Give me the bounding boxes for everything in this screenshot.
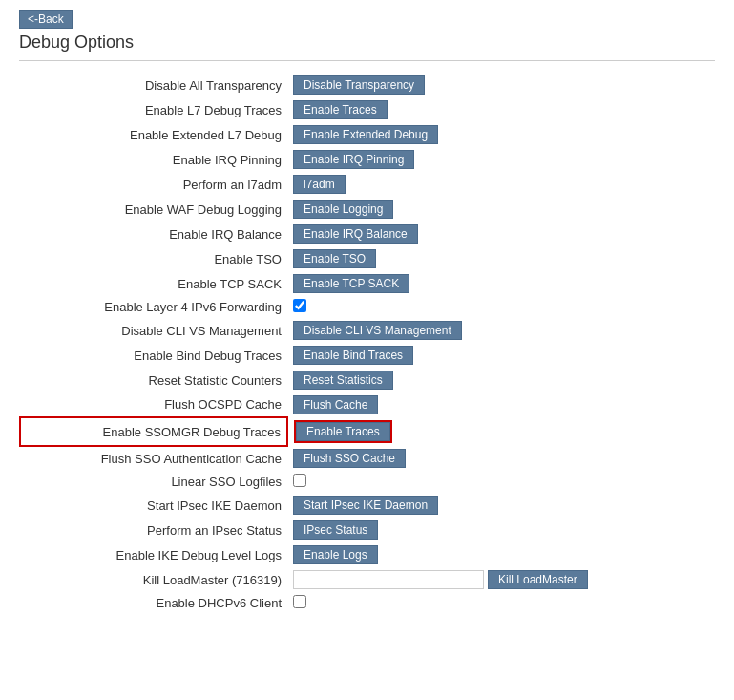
row-label: Flush OCSPD Cache xyxy=(20,392,287,417)
checkbox-input[interactable] xyxy=(293,474,306,487)
row-control[interactable]: Disable CLI VS Management xyxy=(287,318,714,343)
action-button[interactable]: Enable TSO xyxy=(293,249,376,268)
table-row: Perform an l7adml7adm xyxy=(20,172,714,197)
action-button[interactable]: Enable IRQ Pinning xyxy=(293,150,414,169)
row-label: Enable DHCPv6 Client xyxy=(20,592,287,614)
row-label: Enable WAF Debug Logging xyxy=(20,197,287,222)
table-row: Start IPsec IKE DaemonStart IPsec IKE Da… xyxy=(20,493,714,518)
row-control[interactable]: Enable IRQ Pinning xyxy=(287,147,714,172)
row-label: Enable TCP SACK xyxy=(20,271,287,296)
page-title: Debug Options xyxy=(19,32,715,53)
action-button[interactable]: Enable Extended Debug xyxy=(293,125,438,144)
row-control[interactable]: Enable Extended Debug xyxy=(287,122,714,147)
row-control[interactable]: Enable Logs xyxy=(287,542,714,567)
table-row: Enable Layer 4 IPv6 Forwarding xyxy=(20,296,714,318)
table-row: Flush OCSPD CacheFlush Cache xyxy=(20,392,714,417)
table-row: Enable Bind Debug TracesEnable Bind Trac… xyxy=(20,343,714,368)
text-input[interactable] xyxy=(293,570,484,589)
table-row: Enable L7 Debug TracesEnable Traces xyxy=(20,97,714,122)
row-control[interactable]: Enable Traces xyxy=(287,417,714,446)
action-button[interactable]: Enable TCP SACK xyxy=(293,274,409,293)
row-control[interactable]: Disable Transparency xyxy=(287,73,714,97)
table-row: Flush SSO Authentication CacheFlush SSO … xyxy=(20,446,714,471)
row-control[interactable]: l7adm xyxy=(287,172,714,197)
action-button[interactable]: Disable CLI VS Management xyxy=(293,321,462,340)
row-control[interactable]: Start IPsec IKE Daemon xyxy=(287,493,714,518)
action-button[interactable]: Enable Traces xyxy=(293,100,388,119)
row-label: Perform an IPsec Status xyxy=(20,518,287,542)
table-row: Enable DHCPv6 Client xyxy=(20,592,714,614)
action-button[interactable]: l7adm xyxy=(293,175,346,194)
table-row: Disable All TransparencyDisable Transpar… xyxy=(20,73,714,97)
checkbox-input[interactable] xyxy=(293,595,306,608)
action-button[interactable]: Flush Cache xyxy=(293,395,378,414)
row-label: Kill LoadMaster (716319) xyxy=(20,567,287,592)
table-row: Disable CLI VS ManagementDisable CLI VS … xyxy=(20,318,714,343)
row-label: Disable All Transparency xyxy=(20,73,287,97)
row-control[interactable]: Enable Traces xyxy=(287,97,714,122)
row-control[interactable]: Flush SSO Cache xyxy=(287,446,714,471)
debug-options-table: Disable All TransparencyDisable Transpar… xyxy=(19,73,715,614)
back-button[interactable]: <-Back xyxy=(19,10,73,29)
table-row: Enable Extended L7 DebugEnable Extended … xyxy=(20,122,714,147)
row-label: Perform an l7adm xyxy=(20,172,287,197)
row-control[interactable] xyxy=(287,592,714,614)
action-button[interactable]: Enable IRQ Balance xyxy=(293,224,418,244)
action-button[interactable]: Flush SSO Cache xyxy=(293,449,406,468)
action-button[interactable]: Enable Bind Traces xyxy=(293,346,413,365)
row-control[interactable]: Enable TCP SACK xyxy=(287,271,714,296)
action-button[interactable]: Enable Logging xyxy=(293,200,393,219)
kill-button[interactable]: Kill LoadMaster xyxy=(488,570,588,589)
row-label: Enable IRQ Pinning xyxy=(20,147,287,172)
row-label: Enable IKE Debug Level Logs xyxy=(20,542,287,567)
table-row: Perform an IPsec StatusIPsec Status xyxy=(20,518,714,542)
table-row: Enable IRQ BalanceEnable IRQ Balance xyxy=(20,222,714,246)
table-row: Reset Statistic CountersReset Statistics xyxy=(20,368,714,392)
row-control[interactable]: Flush Cache xyxy=(287,392,714,417)
row-label: Enable IRQ Balance xyxy=(20,222,287,246)
checkbox-input[interactable] xyxy=(293,299,306,312)
row-label: Enable Layer 4 IPv6 Forwarding xyxy=(20,296,287,318)
row-label: Enable Bind Debug Traces xyxy=(20,343,287,368)
table-row: Enable WAF Debug LoggingEnable Logging xyxy=(20,197,714,222)
row-label: Enable L7 Debug Traces xyxy=(20,97,287,122)
row-control[interactable]: Reset Statistics xyxy=(287,368,714,392)
row-control[interactable]: IPsec Status xyxy=(287,518,714,542)
row-label: Reset Statistic Counters xyxy=(20,368,287,392)
row-label: Enable TSO xyxy=(20,246,287,271)
row-label: Flush SSO Authentication Cache xyxy=(20,446,287,471)
row-control[interactable]: Enable IRQ Balance xyxy=(287,222,714,246)
row-control[interactable] xyxy=(287,296,714,318)
table-row: Enable SSOMGR Debug TracesEnable Traces xyxy=(20,417,714,446)
table-row: Linear SSO Logfiles xyxy=(20,471,714,493)
row-control[interactable]: Enable TSO xyxy=(287,246,714,271)
row-control[interactable] xyxy=(287,471,714,493)
row-label: Linear SSO Logfiles xyxy=(20,471,287,493)
table-row: Enable IKE Debug Level LogsEnable Logs xyxy=(20,542,714,567)
table-row: Enable TSOEnable TSO xyxy=(20,246,714,271)
row-control[interactable]: Kill LoadMaster xyxy=(287,567,714,592)
action-button[interactable]: Reset Statistics xyxy=(293,371,393,390)
table-row: Kill LoadMaster (716319)Kill LoadMaster xyxy=(20,567,714,592)
row-label: Disable CLI VS Management xyxy=(20,318,287,343)
action-button[interactable]: Start IPsec IKE Daemon xyxy=(293,496,438,515)
row-label: Enable SSOMGR Debug Traces xyxy=(20,417,287,446)
row-control[interactable]: Enable Logging xyxy=(287,197,714,222)
table-row: Enable TCP SACKEnable TCP SACK xyxy=(20,271,714,296)
row-label: Start IPsec IKE Daemon xyxy=(20,493,287,518)
action-button[interactable]: IPsec Status xyxy=(293,520,378,540)
action-button[interactable]: Enable Traces xyxy=(296,422,390,441)
action-button[interactable]: Enable Logs xyxy=(293,545,378,564)
row-label: Enable Extended L7 Debug xyxy=(20,122,287,147)
table-row: Enable IRQ PinningEnable IRQ Pinning xyxy=(20,147,714,172)
action-button[interactable]: Disable Transparency xyxy=(293,75,425,95)
row-control[interactable]: Enable Bind Traces xyxy=(287,343,714,368)
